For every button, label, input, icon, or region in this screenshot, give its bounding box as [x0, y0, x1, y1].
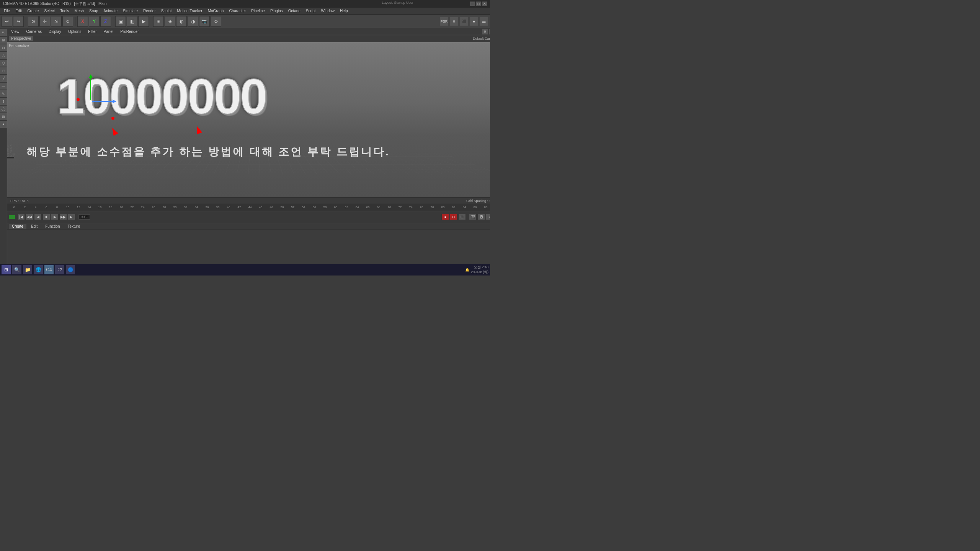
sound-btn[interactable]: ♪ — [486, 214, 490, 220]
render-btn[interactable]: ▶ — [138, 16, 149, 27]
menu-plugins[interactable]: Plugins — [268, 8, 285, 13]
menu-file[interactable]: File — [2, 8, 12, 13]
menu-sculpt[interactable]: Sculpt — [159, 8, 174, 13]
menu-create[interactable]: Create — [25, 8, 41, 13]
menu-mesh[interactable]: Mesh — [72, 8, 86, 13]
next-key-btn[interactable]: ▶▶ — [59, 214, 67, 220]
record-all-btn[interactable]: ⊙ — [450, 214, 457, 220]
menu-pipeline[interactable]: Pipeline — [249, 8, 267, 13]
play-back-btn[interactable]: ◀ — [34, 214, 42, 220]
left-tool-9[interactable]: ✎ — [0, 90, 7, 97]
minimize-btn[interactable]: ─ — [470, 2, 475, 6]
bottom-tab-texture[interactable]: Texture — [65, 224, 83, 229]
ruler-mark: 58 — [320, 205, 330, 209]
redo-btn[interactable]: ↪ — [13, 16, 24, 27]
ruler-mark: 68 — [373, 205, 384, 209]
menu-mograph[interactable]: MoGraph — [206, 8, 226, 13]
vp-menu-cameras[interactable]: Cameras — [24, 29, 44, 34]
menu-tools[interactable]: Tools — [58, 8, 71, 13]
psr-icon2[interactable]: ■ — [469, 17, 479, 26]
z-btn[interactable]: Z — [100, 16, 111, 27]
texture-btn[interactable]: ◈ — [165, 16, 175, 27]
left-tool-12[interactable]: ⊞ — [0, 113, 7, 120]
title-bar-buttons[interactable]: ─ □ ✕ — [470, 2, 487, 6]
left-tool-7[interactable]: ╱ — [0, 75, 7, 82]
scale-btn[interactable]: ⇲ — [51, 16, 62, 27]
vp-menu-panel[interactable]: Panel — [101, 29, 116, 34]
rotate-btn[interactable]: ↻ — [62, 16, 73, 27]
y-btn[interactable]: Y — [89, 16, 100, 27]
menu-edit[interactable]: Edit — [13, 8, 24, 13]
auto-key-btn[interactable]: ⊡ — [458, 214, 466, 220]
left-tool-8[interactable]: — — [0, 83, 7, 90]
close-btn[interactable]: ✕ — [482, 2, 487, 6]
bottom-tab-create[interactable]: Create — [9, 224, 26, 229]
undo-btn[interactable]: ↩ — [2, 16, 12, 27]
left-tool-5[interactable]: ⬡ — [0, 60, 7, 67]
left-tool-3[interactable]: ⊡ — [0, 44, 7, 51]
text-3d-object: 10000000 — [57, 68, 266, 125]
psr-btn[interactable]: PSR — [439, 17, 449, 26]
vp-menu-prorender[interactable]: ProRender — [118, 29, 141, 34]
ruler-mark: 78 — [427, 205, 438, 209]
vp-grid-icon[interactable]: ⊠ — [489, 29, 490, 34]
render-anim-btn[interactable]: 🎬 — [469, 214, 477, 220]
menu-animate[interactable]: Animate — [101, 8, 120, 13]
render-region-btn[interactable]: ▣ — [115, 16, 126, 27]
left-tool-11[interactable]: ◯ — [0, 106, 7, 112]
taskbar-start-btn[interactable]: ⊞ — [2, 265, 11, 274]
last-frame-btn[interactable]: ▶| — [68, 214, 75, 220]
vp-menu-filter[interactable]: Filter — [86, 29, 99, 34]
camera-btn[interactable]: 📷 — [199, 16, 210, 27]
taskbar-file-manager[interactable]: 📁 — [23, 265, 32, 274]
psr-icon1[interactable]: ⬛ — [459, 17, 469, 26]
left-tool-13[interactable]: ✦ — [0, 121, 7, 128]
menu-window[interactable]: Window — [319, 8, 337, 13]
menu-help[interactable]: Help — [338, 8, 350, 13]
left-tool-1[interactable]: ↖ — [0, 29, 7, 36]
live-select-btn[interactable]: ⊙ — [28, 16, 39, 27]
play-fwd-btn[interactable]: ▶ — [51, 214, 59, 220]
menu-octane[interactable]: Octane — [286, 8, 303, 13]
menu-snap[interactable]: Snap — [87, 8, 100, 13]
stop-btn[interactable]: ■ — [42, 214, 50, 220]
object-axis-btn[interactable]: ⊞ — [153, 16, 164, 27]
deform-btn[interactable]: ◑ — [188, 16, 198, 27]
move-btn[interactable]: ✛ — [39, 16, 50, 27]
perspective-tab[interactable]: Perspective — [9, 36, 33, 41]
menu-render[interactable]: Render — [141, 8, 158, 13]
vp-menu-display[interactable]: Display — [46, 29, 64, 34]
render-settings-btn[interactable]: ⚙ — [211, 16, 221, 27]
left-tool-10[interactable]: $ — [0, 98, 7, 105]
render-frame-btn[interactable]: 🖼 — [477, 214, 485, 220]
viewport-3d[interactable]: Perspective 10000000 해당 부분에 소수점을 추가 하는 방… — [7, 42, 490, 197]
sculpt-btn[interactable]: ◐ — [176, 16, 187, 27]
taskbar-cinema4d[interactable]: C4 — [44, 265, 54, 274]
taskbar-search[interactable]: 🔍 — [12, 265, 21, 274]
vp-expand-icon[interactable]: ⊞ — [482, 29, 488, 34]
left-tool-4[interactable]: △ — [0, 52, 7, 59]
x-btn[interactable]: X — [77, 16, 88, 27]
menu-script[interactable]: Script — [304, 8, 318, 13]
render-view-btn[interactable]: ◧ — [127, 16, 137, 27]
main-layout: ↖ ⊞ ⊡ △ ⬡ ◻ ╱ — ✎ $ ◯ ⊞ ✦ View Cameras D… — [0, 28, 490, 269]
vp-menu-view[interactable]: View — [9, 29, 22, 34]
first-frame-btn[interactable]: |◀ — [17, 214, 25, 220]
menu-motiontracker[interactable]: Motion Tracker — [175, 8, 205, 13]
taskbar-antivirus[interactable]: 🛡 — [55, 265, 64, 274]
prev-key-btn[interactable]: ◀◀ — [26, 214, 33, 220]
bottom-tab-function[interactable]: Function — [42, 224, 63, 229]
psr-icon3[interactable]: ▬ — [479, 17, 488, 26]
taskbar-chrome[interactable]: 🔵 — [66, 265, 75, 274]
vp-menu-options[interactable]: Options — [66, 29, 83, 34]
taskbar-browser[interactable]: 🌐 — [34, 265, 43, 274]
menu-character[interactable]: Character — [227, 8, 248, 13]
record-active-btn[interactable]: ● — [441, 214, 449, 220]
maximize-btn[interactable]: □ — [476, 2, 481, 6]
menu-simulate[interactable]: Simulate — [121, 8, 140, 13]
left-tool-2[interactable]: ⊞ — [0, 37, 7, 44]
bottom-tab-edit[interactable]: Edit — [28, 224, 41, 229]
ruler-mark: 2 — [20, 205, 30, 209]
menu-select[interactable]: Select — [42, 8, 57, 13]
left-tool-6[interactable]: ◻ — [0, 67, 7, 74]
